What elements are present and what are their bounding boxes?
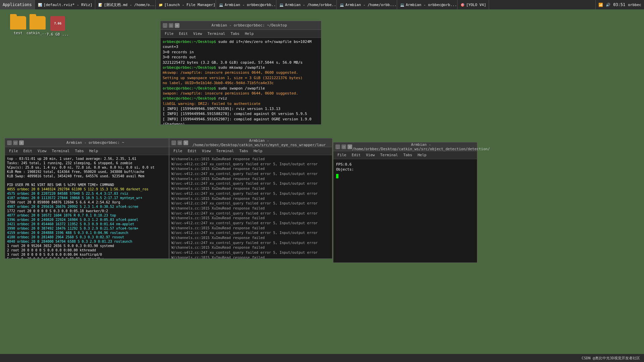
error-line: W/uvc-v4l2.cc:247 xu_control_query faile… [171, 201, 330, 206]
terminal-content-bm[interactable]: W/channels.cc:1015 XuImuRead response fa… [169, 155, 332, 258]
menu-help[interactable]: Help [87, 148, 101, 154]
menu-file[interactable]: File [171, 148, 185, 154]
error-line: W/channels.cc:1015 XuImuRead response fa… [171, 226, 330, 231]
menu-view[interactable]: View [363, 152, 378, 158]
taskbar-tab-tab4[interactable]: 💻Armbian - orbbec@orbb... [216, 0, 276, 9]
taskbar-tab-tab5[interactable]: 💻Armbian - /home/orbbe... [276, 0, 337, 9]
taskbar-tab-tab3[interactable]: 📁[launch - File Manager] [156, 0, 216, 9]
terminal-content-bl[interactable]: top - 03:51:01 up 20 min, 1 user, load a… [5, 155, 169, 258]
process-row: 4840 orbbec 20 0 284000 54704 6588 S 0.3… [7, 239, 167, 244]
error-line: W/channels.cc:1015 XuImuRead response fa… [171, 255, 330, 258]
error-line: W/channels.cc:1015 XuImuRead response fa… [171, 157, 330, 162]
terminal-content-main[interactable]: orbbec@orbbec:~/Desktop$ sudo dd if=/dev… [161, 38, 321, 124]
menu-file[interactable]: File [162, 31, 176, 37]
terminal-line: [ INFO] [1599449946.591652987]: compiled… [163, 117, 319, 124]
menu-help[interactable]: Help [242, 31, 257, 37]
taskbar-tabs: 📊[default.rviz* - RViz]📝[测试文档.md - /home… [35, 0, 595, 9]
menu-edit[interactable]: Edit [176, 31, 191, 37]
menu-view[interactable]: View [35, 148, 49, 154]
menu-view[interactable]: View [199, 148, 214, 154]
minimize-btn[interactable]: _ [171, 140, 176, 145]
titlebar-bl: _ □ ✕ Armbian - orbbec@orbbec: ~ [5, 138, 169, 147]
process-row: 4077 orbbec 20 0 10572 1604 1076 R 0.7 0… [7, 213, 167, 218]
error-line: W/channels.cc:1015 XuImuRead response fa… [171, 176, 330, 181]
bottom-bar-text: CSDN @奥比中光3D视觉开发者社区 [582, 356, 640, 361]
terminal-line: orbbec@orbbec:~/Desktop$ sudo mkswap /sw… [163, 65, 319, 70]
terminal-content-br[interactable]: FPS:0.6Objects: [333, 159, 477, 262]
menu-help[interactable]: Help [251, 148, 265, 154]
terminal-bottom-mid: _ □ ✕ Armbian - /home/orbbec/Desktop/cat… [169, 138, 332, 259]
maximize-btn[interactable]: □ [341, 144, 346, 149]
applications-label: Applications [3, 2, 32, 7]
close-btn[interactable]: ✕ [183, 140, 188, 145]
error-line: W/channels.cc:1015 XuImuRead response fa… [171, 216, 330, 221]
close-btn[interactable]: ✕ [19, 140, 24, 145]
close-btn[interactable]: ✕ [347, 144, 352, 149]
folder-icon [30, 16, 46, 29]
minimize-btn[interactable]: _ [335, 144, 340, 149]
window-title: Armbian - /home/orbbec/Desktop/catkin_ws… [352, 142, 490, 151]
error-line: W/uvc-v4l2.cc:247 xu_control_query faile… [171, 181, 330, 186]
menu-terminal[interactable]: Terminal [378, 152, 401, 158]
menu-tabs[interactable]: Tabs [228, 31, 242, 37]
folder-icon [10, 16, 26, 29]
terminal-line: 3+0 records in [163, 50, 319, 55]
menu-file[interactable]: File [335, 152, 349, 158]
taskbar-tab-tab8[interactable]: 🎯[YOLO V4] [458, 0, 489, 9]
error-line: W/uvc-v4l2.cc:247 xu_control_query faile… [171, 211, 330, 216]
minimize-btn[interactable]: _ [163, 23, 167, 28]
terminal-line: Setting up swapspace version 1, size = 3… [163, 75, 319, 80]
menubar-br: File Edit View Terminal Tabs Help [333, 151, 477, 159]
terminal-line: 3+0 records out [163, 55, 319, 60]
terminal-line: orbbec@orbbec:~/Desktop$ sudo swapon /sw… [163, 86, 319, 91]
titlebar-buttons: _ □ ✕ [335, 144, 352, 149]
taskbar-tab-tab2[interactable]: 📝[测试文档.md - /home/o...] [95, 0, 156, 9]
menu-tabs[interactable]: Tabs [236, 148, 251, 154]
menu-help[interactable]: Help [415, 152, 429, 158]
top-header-line: KiB Swap: 4099816 total, 3454240 free, 6… [7, 174, 167, 178]
taskbar: Applications 📊[default.rviz* - RViz]📝[测试… [0, 0, 644, 9]
terminal-line: mkswap: /swapfile: insecure permissions … [163, 70, 319, 75]
menu-tabs[interactable]: Tabs [72, 148, 87, 154]
menu-view[interactable]: View [191, 31, 205, 37]
terminal-line: [ INFO] [1599449946.5907763195]: rviz ve… [163, 106, 319, 111]
error-line: W/channels.cc:1015 XuImuRead response fa… [171, 206, 330, 211]
top-header-line: top - 03:51:01 up 20 min, 1 user, load a… [7, 157, 167, 161]
icon-label: test [14, 31, 23, 35]
maximize-btn[interactable]: □ [13, 140, 18, 145]
close-btn[interactable]: ✕ [175, 23, 179, 28]
terminal-bottom-right: _ □ ✕ Armbian - /home/orbbec/Desktop/cat… [333, 142, 477, 263]
taskbar-tab-tab1[interactable]: 📊[default.rviz* - RViz] [35, 0, 95, 9]
applications-menu[interactable]: Applications [0, 0, 35, 9]
menu-terminal[interactable]: Terminal [49, 148, 72, 154]
maximize-btn[interactable]: □ [169, 23, 173, 28]
window-title: Armbian - orbbec@orbbec: ~/Desktop [179, 23, 319, 27]
menu-edit[interactable]: Edit [185, 148, 200, 154]
bottom-bar: CSDN @奥比中光3D视觉开发者社区 [0, 354, 644, 362]
process-row: 3 root 20 0 0 0 0 S 0.0 0.0 0:00.04 ksof… [7, 252, 167, 257]
process-row: 1 root 20 0 95264 3652 2656 S 0.0 0.3 0:… [7, 244, 167, 248]
terminal-line: swapon: /swapfile: insecure permissions … [163, 91, 319, 96]
menu-file[interactable]: File [6, 148, 21, 154]
taskbar-tab-tab6[interactable]: 💻Armbian - /home/orbb... [337, 0, 397, 9]
process-row: 4855 orbbec 20 0 1440324 292784 61100 S … [7, 187, 167, 191]
menu-tabs[interactable]: Tabs [400, 152, 415, 158]
desktop-icon-file[interactable]: 7.6G 7.6 GB ... [44, 15, 71, 38]
menu-edit[interactable]: Edit [21, 148, 35, 154]
window-title: Armbian - orbbec@orbbec: ~ [24, 140, 167, 145]
error-line: W/uvc-v4l2.cc:247 xu_control_query faile… [171, 250, 330, 255]
menu-terminal[interactable]: Terminal [214, 148, 237, 154]
error-line: W/channels.cc:1015 XuImuRead response fa… [171, 196, 330, 201]
error-line: W/uvc-v4l2.cc:247 xu_control_query faile… [171, 240, 330, 245]
process-row: 4159 orbbec 20 0 284888 1596 488 S 0.3 0… [7, 231, 167, 235]
process-row: 4187 orbbec 20 0 1113572 27844 19868 S 1… [7, 196, 167, 200]
menu-edit[interactable]: Edit [349, 152, 364, 158]
titlebar-bm: _ □ ✕ Armbian - /home/orbbec/Desktop/cat… [169, 138, 332, 147]
error-line: W/uvc-v4l2.cc:247 xu_control_query faile… [171, 171, 330, 176]
maximize-btn[interactable]: □ [177, 140, 182, 145]
taskbar-tab-tab7[interactable]: 💻Armbian - orbbec@orb... [397, 0, 458, 9]
menu-terminal[interactable]: Terminal [205, 31, 228, 37]
process-row: 4987 orbbec 20 0 295616 26676 20992 S 2.… [7, 204, 167, 209]
minimize-btn[interactable]: _ [7, 140, 12, 145]
process-row: 5 root 0 -20 0 0 0 S 0.0 0.0 0:00.00 kwo… [7, 257, 167, 258]
